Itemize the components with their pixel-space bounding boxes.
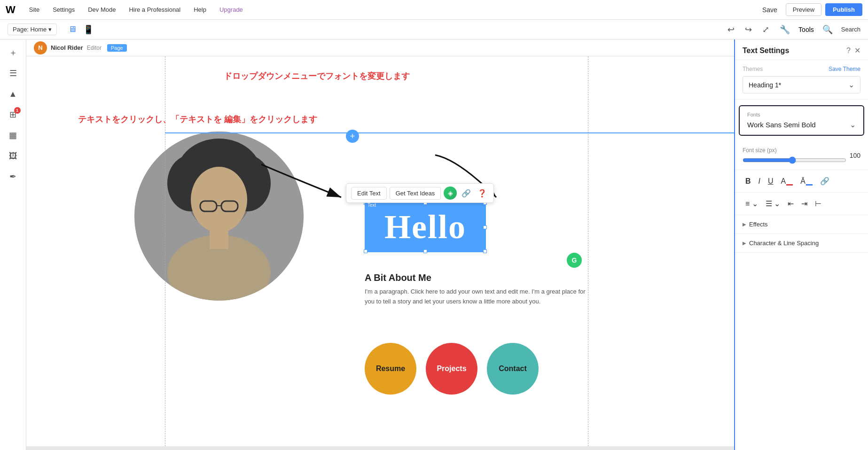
sidebar-sections-button[interactable]: ▦: [4, 126, 23, 145]
nav-site[interactable]: Site: [26, 4, 42, 15]
main-layout: ＋ ☰ ▲ ⊞ 1 ▦ 🖼 ✒ N Nicol Rider Editor Pag…: [0, 39, 868, 450]
selection-line: [165, 132, 734, 133]
nav-devmode[interactable]: Dev Mode: [85, 4, 118, 15]
fonts-section: Fonts Work Sans Semi Bold ⌄: [739, 105, 864, 136]
list-dropdown[interactable]: ☰ ⌄: [763, 197, 783, 210]
add-element-button[interactable]: +: [346, 130, 359, 143]
page-selector-chevron: ▾: [48, 26, 52, 33]
nav-settings[interactable]: Settings: [50, 4, 78, 15]
link-icon-btn[interactable]: 🔗: [460, 187, 473, 200]
preview-button[interactable]: Preview: [786, 3, 821, 16]
spacing-label: Character & Line Spacing: [749, 240, 819, 247]
svg-rect-12: [210, 230, 228, 249]
design-icon: ▲: [9, 89, 17, 99]
text-color-button[interactable]: A: [778, 175, 796, 187]
link-button[interactable]: 🔗: [817, 175, 832, 187]
spacing-chevron-icon: ▶: [743, 241, 746, 246]
grammarly-icon: G: [567, 253, 582, 268]
pages-icon: ☰: [9, 68, 17, 78]
handle-br: [483, 249, 487, 253]
more-align-button[interactable]: ⊢: [812, 197, 824, 210]
font-size-label: Font size (px): [743, 147, 846, 154]
contact-button[interactable]: Contact: [487, 343, 539, 395]
secondary-navigation: Page: Home ▾ 🖥 📱 ↩ ↪ ⤢ 🔧 Tools 🔍 Search: [0, 20, 868, 39]
sidebar-pen-button[interactable]: ✒: [4, 167, 23, 186]
heading-chevron-icon: ⌄: [848, 80, 854, 89]
themes-label: Themes: [743, 66, 763, 72]
align-dropdown[interactable]: ≡ ⌄: [743, 197, 761, 210]
fonts-label: Fonts: [747, 112, 856, 117]
sidebar-media-button[interactable]: 🖼: [4, 147, 23, 165]
hello-text-content: Hello: [384, 208, 466, 246]
sidebar-add-button[interactable]: ＋: [4, 43, 23, 62]
hello-text-box[interactable]: Hello: [365, 202, 486, 252]
save-button[interactable]: Save: [758, 4, 782, 16]
search-label[interactable]: Search: [841, 26, 860, 33]
help-icon-btn[interactable]: ❓: [476, 187, 489, 200]
nav-upgrade[interactable]: Upgrade: [217, 4, 246, 15]
page-label: Page: Home: [13, 26, 47, 33]
panel-close-button[interactable]: ✕: [854, 46, 860, 55]
profile-svg: [134, 132, 304, 301]
mobile-view-button[interactable]: 📱: [81, 23, 95, 37]
bold-button[interactable]: B: [743, 175, 754, 187]
sidebar-apps-button[interactable]: ⊞ 1: [4, 105, 23, 124]
handle-mr: [483, 225, 487, 229]
indent-right-button[interactable]: ⇥: [798, 197, 810, 210]
top-navigation: W Site Settings Dev Mode Hire a Professi…: [0, 0, 868, 20]
panel-title: Text Settings: [743, 47, 789, 55]
resume-button[interactable]: Resume: [365, 343, 416, 395]
svg-point-7: [191, 167, 247, 233]
handle-bl: [364, 249, 368, 253]
desktop-view-button[interactable]: 🖥: [66, 23, 78, 36]
media-icon: 🖼: [9, 151, 17, 161]
effects-section[interactable]: ▶ Effects: [735, 215, 868, 234]
editor-name: Nicol Rider: [51, 44, 83, 51]
tools-button[interactable]: 🔧: [778, 23, 792, 37]
page-selector[interactable]: Page: Home ▾: [8, 23, 57, 35]
text-toolbar: Edit Text Get Text Ideas ◈ 🔗 ❓: [346, 183, 494, 203]
font-chevron-icon: ⌄: [850, 120, 856, 129]
projects-button[interactable]: Projects: [426, 343, 477, 395]
editor-role: Editor: [87, 45, 102, 51]
font-size-value: 100: [846, 152, 860, 159]
redo-button[interactable]: ↪: [743, 23, 754, 37]
get-text-ideas-button[interactable]: Get Text Ideas: [390, 187, 441, 200]
annotation-edit-text: テキストをクリックし、「テキストを 編集」をクリックします: [78, 113, 317, 126]
indent-left-button[interactable]: ⇤: [785, 197, 797, 210]
search-icon-btn[interactable]: 🔍: [821, 23, 835, 37]
font-dropdown[interactable]: Work Sans Semi Bold ⌄: [747, 120, 856, 129]
sidebar-design-button[interactable]: ▲: [4, 85, 23, 103]
about-title: A Bit About Me: [365, 272, 590, 283]
edit-text-button[interactable]: Edit Text: [351, 187, 387, 200]
sections-icon: ▦: [9, 130, 17, 140]
nav-help[interactable]: Help: [191, 4, 209, 15]
panel-header: Text Settings ? ✕: [735, 39, 868, 60]
about-section: A Bit About Me I'm a paragraph. Click he…: [365, 272, 590, 307]
font-size-slider[interactable]: [743, 156, 846, 164]
italic-button[interactable]: I: [756, 175, 763, 187]
annotation-font-change: ドロップダウンメニューでフォントを変更します: [224, 70, 410, 82]
panel-help-button[interactable]: ?: [846, 46, 851, 55]
canvas-content: ドロップダウンメニューでフォントを変更します テキストをクリックし、「テキストを…: [26, 56, 734, 446]
themes-section: Themes Save Theme Heading 1* ⌄: [735, 60, 868, 100]
character-spacing-section[interactable]: ▶ Character & Line Spacing: [735, 234, 868, 253]
buttons-row: Resume Projects Contact: [365, 343, 539, 395]
heading-dropdown[interactable]: Heading 1* ⌄: [743, 76, 860, 93]
fullscreen-button[interactable]: ⤢: [760, 23, 771, 37]
avatar: N: [34, 41, 47, 54]
page-tag: Page: [107, 44, 127, 52]
sidebar-pages-button[interactable]: ☰: [4, 64, 23, 83]
about-text: I'm a paragraph. Click here to add your …: [365, 287, 590, 307]
effects-label: Effects: [749, 221, 768, 228]
publish-button[interactable]: Publish: [825, 3, 862, 16]
format-row: B I U A Ā 🔗: [735, 170, 868, 193]
highlight-button[interactable]: Ā: [798, 175, 815, 187]
undo-button[interactable]: ↩: [726, 23, 736, 37]
underline-button[interactable]: U: [765, 175, 776, 187]
pen-icon: ✒: [9, 171, 16, 182]
nav-hire[interactable]: Hire a Professional: [126, 4, 183, 15]
gem-button[interactable]: ◈: [444, 186, 457, 200]
right-panel: Text Settings ? ✕ Themes Save Theme Head…: [734, 39, 868, 450]
save-theme-link[interactable]: Save Theme: [829, 66, 860, 72]
